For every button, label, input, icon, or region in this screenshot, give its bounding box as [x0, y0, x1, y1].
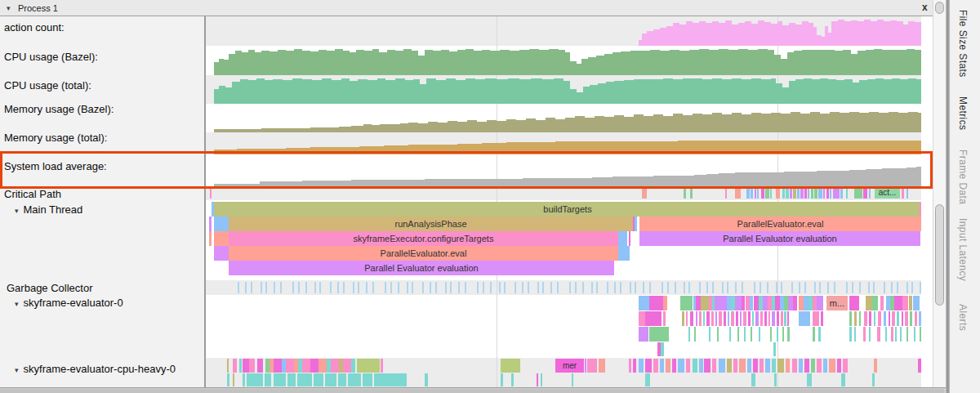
gc-slice	[873, 282, 875, 293]
main-thread-slice-runanalysisphase[interactable]: runAnalysisPhase	[229, 217, 633, 231]
skyframe-evaluator-cpu-heavy-0-slice	[247, 373, 263, 386]
critical-path-slice-act-[interactable]: act...	[875, 187, 900, 199]
gc-slice	[596, 282, 598, 293]
thread-skyframe-evaluator-0-text: skyframe-evaluator-0	[24, 297, 123, 309]
horizontal-scrollbar[interactable]	[0, 387, 946, 393]
skyframe-evaluator-0-slice	[781, 311, 783, 326]
critical-path-slice	[751, 187, 753, 199]
main-thread-slice-parallel-evaluator-evaluation[interactable]: Parallel Evaluator evaluation	[229, 261, 614, 275]
gc-slice	[569, 282, 571, 293]
counter-label-4: Memory usage (total):	[0, 132, 203, 144]
vertical-scrollbar-thumb-top[interactable]	[935, 2, 944, 14]
skyframe-evaluator-0-slice	[782, 327, 784, 342]
skyframe-evaluator-cpu-heavy-0-slice	[765, 359, 770, 373]
skyframe-evaluator-0-slice	[663, 311, 666, 326]
thread-skyframe-evaluator-cpu-heavy-0[interactable]: ▾skyframe-evaluator-cpu-heavy-0	[0, 363, 214, 375]
gc-slice	[635, 282, 636, 293]
skyframe-evaluator-cpu-heavy-0-slice	[817, 359, 822, 373]
sidebar-tab-alerts[interactable]: Alerts	[957, 304, 969, 331]
counter-label-3: Memory usage (Bazel):	[0, 103, 203, 115]
main-thread-slice-parallelevaluator-eval[interactable]: ParallelEvaluator.eval	[639, 217, 921, 231]
skyframe-evaluator-0-slice	[715, 311, 717, 326]
skyframe-evaluator-0-slice	[864, 311, 867, 326]
gc-slice	[280, 282, 282, 293]
process-header[interactable]: ▾ Process 1 x	[0, 0, 933, 16]
gc-slice	[292, 282, 294, 293]
sidebar-tab-file-size-stats[interactable]: File Size Stats	[957, 10, 969, 78]
skyframe-evaluator-0-slice-m-[interactable]: m...	[826, 296, 848, 310]
gc-slice	[891, 282, 893, 293]
skyframe-evaluator-0-slice	[728, 311, 729, 326]
skyframe-evaluator-cpu-heavy-0-slice	[727, 359, 732, 373]
vertical-scrollbar-thumb[interactable]	[935, 204, 944, 306]
gc-slice	[859, 282, 861, 293]
skyframe-evaluator-cpu-heavy-0-slice	[297, 373, 312, 386]
horizontal-scrollbar-thumb[interactable]	[0, 389, 944, 393]
skyframe-evaluator-0-slice	[877, 327, 880, 342]
vertical-scrollbar[interactable]	[933, 0, 946, 387]
counter-chart-2	[206, 78, 921, 104]
critical-path-slice	[902, 187, 904, 199]
skyframe-evaluator-0-slice	[731, 311, 734, 326]
sidebar-tab-frame-data[interactable]: Frame Data	[957, 150, 969, 204]
skyframe-evaluator-0-slice	[793, 296, 797, 310]
skyframe-evaluator-0-slice	[891, 327, 893, 342]
gc-slice	[575, 282, 577, 293]
collapse-arrow-icon[interactable]: ▾	[15, 207, 19, 215]
skyframe-evaluator-cpu-heavy-0-slice	[837, 359, 841, 373]
skyframe-evaluator-cpu-heavy-0-slice	[511, 373, 514, 386]
main-thread-slice-skyframeexecutor-configuretargets[interactable]: skyframeExecutor.configureTargets	[229, 231, 618, 246]
thread-main-thread-text: Main Thread	[24, 203, 83, 216]
gc-slice	[504, 282, 506, 293]
skyframe-evaluator-cpu-heavy-0-slice	[501, 359, 520, 373]
gc-slice	[699, 282, 701, 293]
skyframe-evaluator-cpu-heavy-0-slice	[811, 359, 815, 373]
skyframe-evaluator-cpu-heavy-0-slice	[799, 359, 803, 373]
collapse-arrow-icon[interactable]: ▾	[7, 4, 11, 12]
skyframe-evaluator-0-slice	[694, 327, 696, 342]
skyframe-evaluator-0-slice	[690, 311, 693, 326]
skyframe-evaluator-cpu-heavy-0-slice	[374, 373, 407, 386]
gc-slice	[358, 282, 359, 293]
collapse-arrow-icon[interactable]: ▾	[15, 300, 19, 308]
thread-main-thread[interactable]: ▾Main Thread	[0, 203, 214, 216]
gc-slice	[684, 282, 685, 293]
main-thread-slice-buildtargets[interactable]: buildTargets	[214, 202, 921, 217]
gc-slice	[814, 282, 816, 293]
counter-label-4-text: Memory usage (total):	[4, 132, 107, 144]
critical-path-slice	[830, 187, 831, 199]
skyframe-evaluator-0-slice	[866, 296, 872, 310]
main-thread-slice	[920, 202, 921, 217]
gc-slice	[920, 282, 921, 293]
gc-slice	[412, 282, 413, 293]
gc-slice	[868, 282, 870, 293]
collapse-arrow-icon[interactable]: ▾	[15, 366, 19, 374]
skyframe-evaluator-0-slice	[639, 327, 648, 342]
gc-slice	[688, 282, 690, 293]
main-thread-slice-parallelevaluator-eval[interactable]: ParallelEvaluator.eval	[229, 246, 618, 261]
gc-slice	[620, 282, 621, 293]
main-thread-slice-parallel-evaluator-evaluation[interactable]: Parallel Evaluator evaluation	[639, 231, 920, 246]
skyframe-evaluator-cpu-heavy-0-slice	[343, 359, 351, 373]
skyframe-evaluator-cpu-heavy-0-slice	[338, 373, 346, 386]
sidebar-tab-metrics[interactable]: Metrics	[957, 96, 969, 130]
skyframe-evaluator-cpu-heavy-0-slice	[348, 373, 361, 386]
skyframe-evaluator-cpu-heavy-0-slice	[686, 359, 690, 373]
main-thread-slice	[618, 231, 627, 246]
main-thread-slice	[629, 231, 630, 246]
skyframe-evaluator-cpu-heavy-0-slice	[672, 359, 676, 373]
skyframe-evaluator-cpu-heavy-0-slice	[712, 359, 716, 373]
close-icon[interactable]: x	[922, 2, 928, 13]
skyframe-evaluator-0-slice	[706, 311, 710, 326]
skyframe-evaluator-cpu-heavy-0-slice-mer[interactable]: mer	[555, 359, 584, 373]
gc-slice	[614, 282, 616, 293]
skyframe-evaluator-cpu-heavy-0-slice	[318, 359, 327, 373]
skyframe-evaluator-cpu-heavy-0-slice	[227, 373, 229, 386]
skyframe-evaluator-0-slice	[649, 327, 669, 342]
thread-skyframe-evaluator-0[interactable]: ▾skyframe-evaluator-0	[0, 297, 214, 309]
sidebar-tab-input-latency[interactable]: Input Latency	[957, 218, 969, 281]
main-thread-slice	[209, 217, 212, 231]
gc-slice	[465, 282, 466, 293]
timeline-canvas[interactable]: act...buildTargetsrunAnalysisPhaseParall…	[206, 0, 921, 393]
skyframe-evaluator-0-slice	[688, 327, 690, 342]
